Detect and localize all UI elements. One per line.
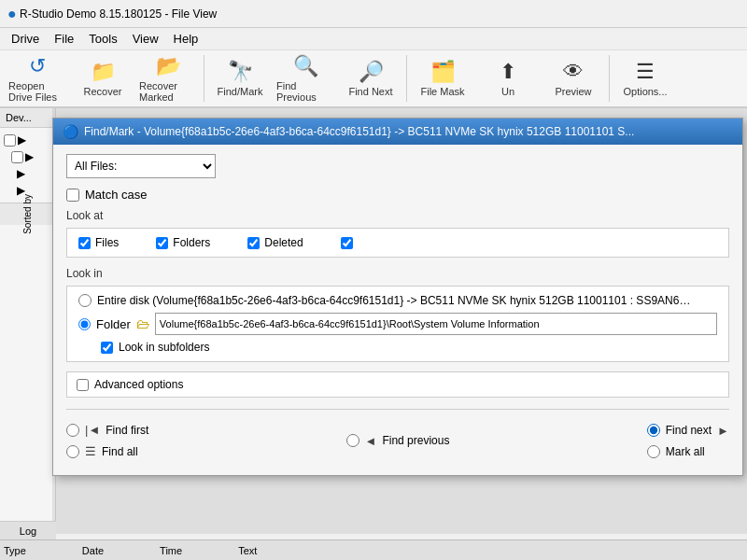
advanced-options-row: Advanced options (66, 371, 729, 398)
toolbar-recover[interactable]: 📁 Recover (71, 53, 134, 104)
find-buttons-row: |◄ Find first ☰ Find all ◄ (66, 419, 729, 462)
toolbar-file-mask[interactable]: 🗂️ File Mask (411, 53, 474, 104)
extra-checkbox[interactable] (341, 237, 353, 249)
find-all-label[interactable]: Find all (102, 445, 138, 458)
menu-help[interactable]: Help (166, 30, 206, 48)
look-at-extra (341, 237, 358, 249)
mark-all-label[interactable]: Mark all (666, 445, 705, 458)
toolbar-reopen-drive-files[interactable]: ↺ Reopen Drive Files (6, 53, 69, 104)
dialog-title-bar: 🔵 Find/Mark - Volume{f68a1b5c-26e6-4af3-… (53, 119, 742, 145)
find-all-option: ☰ Find all (66, 444, 148, 458)
menu-file[interactable]: File (47, 30, 81, 48)
toolbar-preview[interactable]: 👁 Preview (542, 53, 605, 104)
entire-disk-radio[interactable] (78, 294, 92, 307)
main-area: Dev... ▶ ▶ ▶ ▶ Sorted by 🔵 (0, 108, 747, 560)
menu-tools[interactable]: Tools (81, 30, 124, 48)
look-at-folders: Folders (156, 236, 210, 249)
toolbar-find-prev-label: Find Previous (276, 80, 334, 103)
entire-disk-label[interactable]: Entire disk (Volume{f68a1b5c-26e6-4af3-b… (97, 294, 695, 307)
title-bar: ● R-Studio Demo 8.15.180125 - File View (0, 0, 747, 28)
tree-item-2[interactable]: ▶ (4, 148, 51, 165)
file-type-dropdown[interactable]: All Files: Known File Types Unknown File… (66, 154, 216, 178)
entire-disk-row: Entire disk (Volume{f68a1b5c-26e6-4af3-b… (78, 294, 717, 307)
folder-radio[interactable] (78, 318, 91, 330)
toolbar-reopen-label: Reopen Drive Files (8, 80, 66, 103)
match-case-checkbox[interactable] (66, 189, 79, 202)
tree-item-1[interactable]: ▶ (4, 132, 51, 148)
log-tab[interactable]: Log (0, 521, 56, 539)
find-prev-icon: 🔍 (293, 54, 318, 78)
file-mask-icon: 🗂️ (430, 60, 456, 84)
toolbar-un[interactable]: ⬆ Un (476, 53, 540, 104)
match-case-label[interactable]: Match case (85, 188, 147, 202)
toolbar-find-mark[interactable]: 🔭 Find/Mark (208, 53, 272, 104)
folder-icon: 🗁 (136, 316, 149, 331)
toolbar-find-previous[interactable]: 🔍 Find Previous (274, 53, 337, 104)
subfolders-checkbox[interactable] (101, 342, 113, 354)
mark-all-radio[interactable] (647, 445, 660, 458)
find-prev-radio[interactable] (346, 434, 359, 447)
left-panel: Dev... ▶ ▶ ▶ ▶ Sorted by (0, 108, 56, 560)
find-all-radio[interactable] (66, 445, 79, 458)
toolbar-separator-3 (609, 55, 610, 102)
folder-label[interactable]: Folder (96, 317, 131, 331)
menu-bar: Drive File Tools View Help (0, 28, 747, 50)
toolbar-recover-marked[interactable]: 📂 Recover Marked (136, 53, 200, 104)
find-left-group: |◄ Find first ☰ Find all (66, 423, 148, 458)
look-in-label: Look in (66, 267, 729, 280)
tree-arrow-1: ▶ (18, 133, 26, 147)
find-prev-label[interactable]: Find previous (382, 434, 449, 447)
advanced-options-label[interactable]: Advanced options (94, 378, 183, 391)
dialog-divider (66, 409, 729, 410)
find-middle-group: ◄ Find previous (346, 434, 450, 448)
recover-marked-icon: 📂 (156, 54, 181, 78)
find-first-label[interactable]: Find first (106, 424, 148, 437)
dialog-title-icon: 🔵 (63, 124, 78, 139)
toolbar-find-next-label: Find Next (348, 86, 392, 97)
find-first-radio[interactable] (66, 424, 79, 437)
file-type-row: All Files: Known File Types Unknown File… (66, 154, 729, 178)
toolbar-file-mask-label: File Mask (420, 86, 464, 97)
tree-check-2[interactable] (11, 151, 23, 163)
preview-icon: 👁 (563, 60, 584, 84)
menu-view[interactable]: View (125, 30, 166, 48)
find-first-option: |◄ Find first (66, 423, 148, 437)
find-right-group: Find next ► Mark all (647, 424, 729, 458)
find-next-radio[interactable] (647, 424, 660, 437)
toolbar-options-label: Options... (623, 86, 667, 97)
time-column: Time (160, 545, 182, 556)
toolbar-find-next[interactable]: 🔎 Find Next (339, 53, 402, 104)
toolbar-preview-label: Preview (555, 86, 591, 97)
folders-checkbox[interactable] (156, 237, 168, 249)
folder-path-input[interactable] (155, 313, 717, 335)
tree-check-1[interactable] (4, 134, 16, 147)
panel-tab[interactable]: Dev... (0, 108, 55, 128)
title-bar-text: R-Studio Demo 8.15.180125 - File View (20, 7, 217, 21)
subfolders-label[interactable]: Look in subfolders (119, 341, 209, 354)
sorted-by-label: Sorted by (0, 203, 55, 225)
tree-item-3[interactable]: ▶ (4, 165, 51, 182)
find-next-label[interactable]: Find next (666, 424, 712, 437)
toolbar-un-label: Un (501, 86, 514, 97)
advanced-options-checkbox[interactable] (77, 379, 89, 391)
folders-label[interactable]: Folders (173, 236, 210, 249)
look-at-group: Files Folders Deleted (66, 228, 729, 258)
dialog-title-text: Find/Mark - Volume{f68a1b5c-26e6-4af3-b6… (84, 125, 634, 138)
deleted-checkbox[interactable] (247, 237, 260, 249)
toolbar-options[interactable]: ☰ Options... (613, 53, 677, 104)
deleted-label[interactable]: Deleted (264, 236, 303, 249)
look-at-files: Files (78, 236, 119, 249)
files-checkbox[interactable] (78, 237, 91, 249)
toolbar: ↺ Reopen Drive Files 📁 Recover 📂 Recover… (0, 50, 747, 108)
recover-icon: 📁 (91, 60, 116, 84)
find-mark-icon: 🔭 (228, 60, 253, 84)
un-icon: ⬆ (500, 60, 516, 84)
app-icon: ● (7, 6, 17, 22)
toolbar-separator-1 (204, 55, 204, 102)
files-label[interactable]: Files (95, 236, 119, 249)
menu-drive[interactable]: Drive (4, 30, 47, 48)
look-at-deleted: Deleted (247, 236, 303, 249)
toolbar-separator-2 (406, 55, 407, 102)
find-mark-dialog: 🔵 Find/Mark - Volume{f68a1b5c-26e6-4af3-… (52, 118, 743, 476)
folder-row: Folder 🗁 (78, 313, 717, 335)
